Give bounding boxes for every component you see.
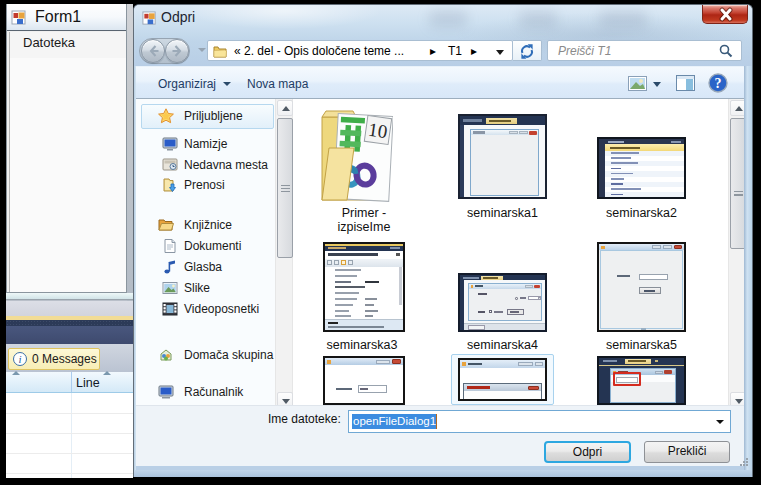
svg-text:10: 10	[367, 119, 389, 142]
svg-text:i: i	[18, 353, 21, 365]
svg-text:?: ?	[715, 76, 722, 91]
